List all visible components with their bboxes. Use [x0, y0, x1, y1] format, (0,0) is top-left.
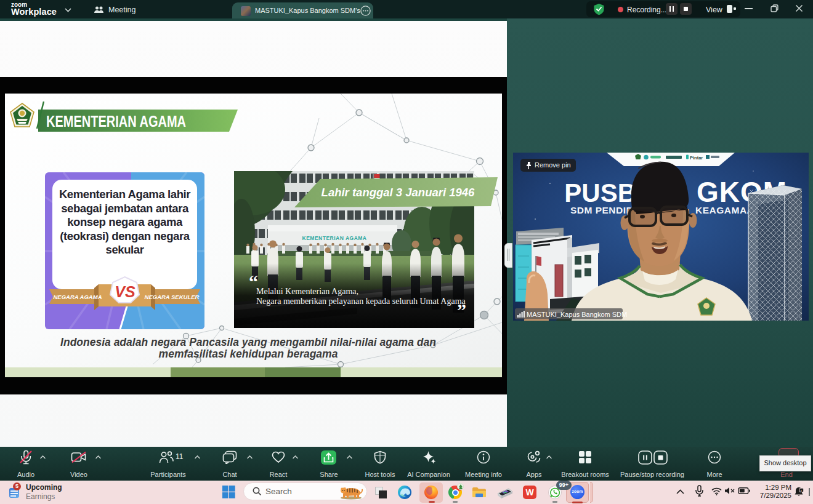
- svg-text:Pintar: Pintar: [690, 155, 703, 161]
- svg-text:KEMENTERIAN AGAMA: KEMENTERIAN AGAMA: [302, 235, 367, 241]
- svg-text:Melalui Kementerian Agama,: Melalui Kementerian Agama,: [256, 287, 358, 296]
- svg-text:PUSB: PUSB: [564, 178, 636, 207]
- svg-text:Negara memberikan pelayanan ke: Negara memberikan pelayanan kepada selur…: [256, 297, 466, 306]
- svg-text:VS: VS: [115, 283, 136, 300]
- svg-text:”: ”: [457, 300, 466, 320]
- svg-text:SDM PENDIDI: SDM PENDIDI: [570, 205, 636, 215]
- svg-text:Lahir tanggal 3 Januari 1946: Lahir tanggal 3 Januari 1946: [322, 186, 475, 199]
